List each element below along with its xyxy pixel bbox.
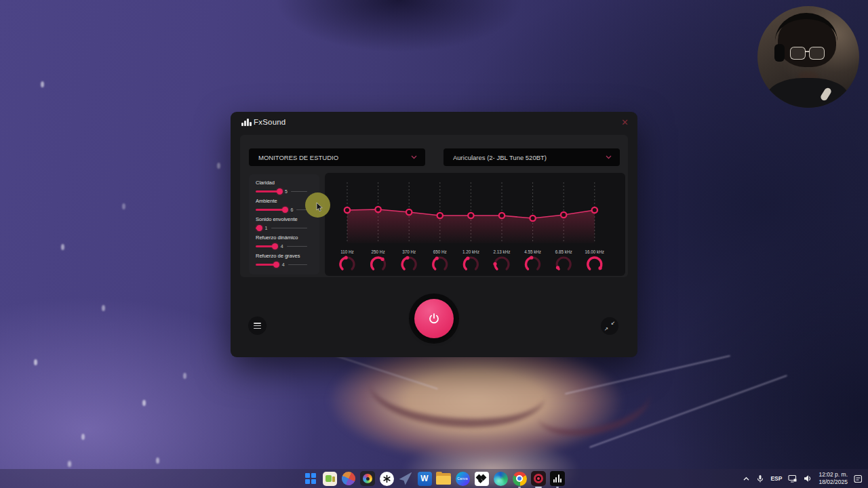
eq-point[interactable] <box>592 207 597 213</box>
taskbar-icon-faded-app[interactable] <box>397 470 414 487</box>
effect-slider-value: 4 <box>281 244 283 249</box>
wallpaper-cat-mouth <box>367 346 548 433</box>
effect-slider-label: Refuerzo dinámico <box>256 235 319 241</box>
windows-logo <box>305 473 316 484</box>
edge-logo <box>494 472 508 486</box>
equalizer-graph[interactable]: 110 Hz250 Hz370 Hz650 Hz1.20 kHz2.13 kHz… <box>325 173 625 276</box>
equalizer-panel: 110 Hz250 Hz370 Hz650 Hz1.20 kHz2.13 kHz… <box>325 173 625 276</box>
eq-point[interactable] <box>468 213 473 218</box>
compact-mode-button[interactable]: ↙ ↗ <box>601 317 618 335</box>
chevron-down-icon <box>606 155 612 159</box>
eq-knob-dot <box>598 266 601 270</box>
eq-band-frequency-label: 1.20 kHz <box>462 249 479 254</box>
eq-point[interactable] <box>344 207 350 213</box>
language-indicator[interactable]: ESP <box>770 475 782 482</box>
wallpaper-whisker <box>589 375 787 448</box>
capcut-logo <box>475 472 489 486</box>
wallpaper-petals <box>41 81 44 87</box>
eq-band-frequency-label: 4.55 kHz <box>524 249 541 254</box>
wallpaper-whisker <box>565 355 730 394</box>
glasses-lens <box>809 47 825 60</box>
chevron-down-icon <box>411 155 417 159</box>
word-logo: W <box>418 472 432 486</box>
taskbar-icon-edge[interactable] <box>492 470 509 487</box>
collapse-arrow-icon: ↙ <box>611 321 615 326</box>
eq-knob[interactable] <box>340 258 346 269</box>
eq-band-frequency-label: 16.00 kHz <box>585 249 604 254</box>
preset-dropdown[interactable]: MONITORES DE ESTUDIO <box>249 148 425 166</box>
eq-knob-dot <box>493 262 496 266</box>
microphone-icon[interactable] <box>756 474 764 483</box>
wallpaper-cat-muzzle <box>271 342 665 488</box>
fxsound-logo-icon <box>241 119 252 126</box>
effect-slider-value: 5 <box>285 189 288 194</box>
eq-point[interactable] <box>375 207 380 212</box>
effect-slider-fill <box>256 190 279 192</box>
mouse-cursor <box>316 203 323 212</box>
taskbar-icon-chatgpt[interactable] <box>378 470 395 487</box>
effect-slider-thumb[interactable] <box>273 262 279 268</box>
effect-slider-thumb[interactable] <box>272 243 278 249</box>
effect-slider-track[interactable]: 4 <box>256 261 307 268</box>
device-dropdown[interactable]: Auriculares (2- JBL Tune 520BT) <box>443 148 620 166</box>
titlebar[interactable]: FxSound ✕ <box>231 112 637 134</box>
taskbar-icon-windows-start[interactable] <box>302 470 319 487</box>
taskbar-icon-pinwheel-app[interactable] <box>340 470 357 487</box>
eq-point[interactable] <box>499 213 505 218</box>
power-icon <box>428 312 440 325</box>
eq-knob-dot <box>380 258 384 261</box>
eq-knob[interactable] <box>526 258 532 269</box>
eq-band-frequency-label: 250 Hz <box>372 249 385 254</box>
eq-band-frequency-label: 2.13 kHz <box>494 249 511 254</box>
menu-button[interactable] <box>248 317 267 335</box>
effect-slider-value: 1 <box>265 226 268 230</box>
network-icon[interactable] <box>788 474 797 483</box>
effect-slider-thumb[interactable] <box>277 188 283 195</box>
power-button-ring <box>409 293 459 344</box>
effect-slider: Refuerzo de graves 4 <box>256 253 319 271</box>
effect-slider: Refuerzo dinámico 4 <box>256 235 319 253</box>
eq-knob-dot <box>466 256 469 260</box>
chatgpt-logo <box>380 472 394 486</box>
hidden-icons-chevron[interactable] <box>743 476 750 482</box>
eq-knob-dot <box>530 256 533 260</box>
power-button[interactable] <box>414 299 454 338</box>
effect-slider-track[interactable]: 1 <box>256 224 307 231</box>
effect-slider-track[interactable]: 4 <box>256 243 307 249</box>
eq-knob[interactable] <box>402 258 408 269</box>
volume-icon[interactable] <box>804 474 812 483</box>
file-explorer-logo <box>436 473 451 485</box>
collapse-arrow-icon: ↗ <box>604 327 608 332</box>
taskbar-icon-canva[interactable]: Canva <box>454 470 471 487</box>
effect-slider-rest-track <box>287 246 307 247</box>
effect-slider-thumb[interactable] <box>256 225 262 231</box>
taskbar-icon-fxsound[interactable] <box>549 470 566 487</box>
clock[interactable]: 12:02 p. m. 18/02/2025 <box>818 471 848 485</box>
effect-slider-thumb[interactable] <box>282 207 288 213</box>
taskbar-icon-photos[interactable] <box>359 470 376 487</box>
taskbar-icon-word[interactable]: W <box>416 470 433 487</box>
effect-slider-track[interactable]: 5 <box>256 188 307 195</box>
taskbar-icon-screen-recorder[interactable] <box>530 470 547 487</box>
fxsound-taskbar-logo <box>550 471 565 486</box>
taskbar-icon-capcut[interactable] <box>473 470 490 487</box>
taskbar-icon-notes-app[interactable] <box>321 470 338 487</box>
taskbar-icon-chrome[interactable] <box>511 470 528 487</box>
eq-point[interactable] <box>530 216 535 221</box>
notification-center-icon[interactable] <box>854 474 863 483</box>
effect-slider-rest-track <box>288 264 307 266</box>
taskbar-icons: WCanva <box>302 470 566 487</box>
effect-slider-track[interactable]: 6 <box>256 206 307 213</box>
effect-slider-rest-track <box>291 191 307 192</box>
effect-slider-value: 4 <box>282 262 285 267</box>
eq-point[interactable] <box>561 212 566 218</box>
eq-knob-dot <box>406 256 409 260</box>
taskbar-icon-file-explorer[interactable] <box>435 470 452 487</box>
close-icon[interactable]: ✕ <box>621 117 629 127</box>
photos-logo <box>360 471 375 486</box>
eq-point[interactable] <box>437 213 443 218</box>
eq-point[interactable] <box>406 209 412 215</box>
click-highlight <box>305 192 330 218</box>
eq-knob-dot <box>435 256 439 260</box>
canva-logo: Canva <box>456 472 470 486</box>
